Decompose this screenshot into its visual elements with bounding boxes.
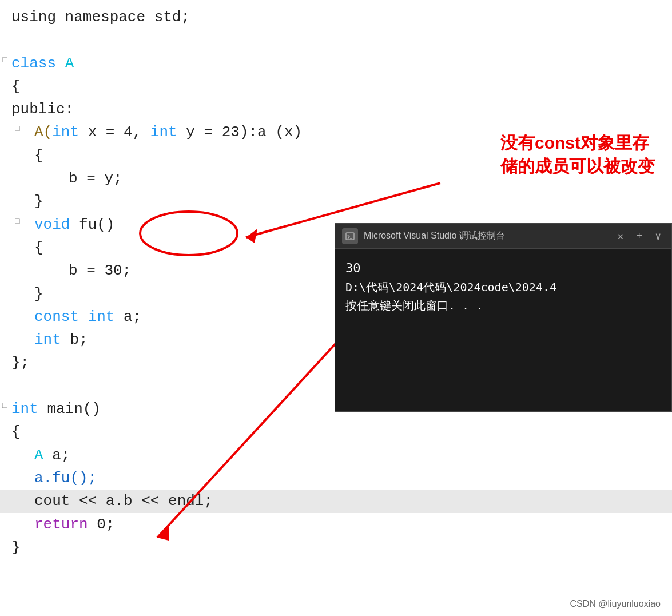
- code-line-using: using namespace std;: [0, 6, 672, 29]
- code-line-brace1: {: [0, 75, 672, 98]
- code-line-brace3: }: [0, 190, 672, 213]
- code-line-blank1: [0, 29, 672, 51]
- collapse-class-icon: □: [2, 54, 7, 67]
- terminal-content: 30 D:\代码\2024代码\2024code\2024.4 按任意键关闭此窗…: [335, 249, 671, 324]
- collapse-main-icon: □: [2, 400, 7, 412]
- terminal-output-path: D:\代码\2024代码\2024code\2024.4: [345, 278, 661, 296]
- terminal-app-icon: [342, 228, 358, 244]
- code-line-a-fu: a.fu();: [0, 467, 672, 490]
- watermark: CSDN @liuyunluoxiao: [570, 599, 661, 609]
- code-line-public: public:: [0, 98, 672, 121]
- terminal-output-prompt: 按任意键关闭此窗口. . .: [345, 296, 661, 315]
- code-line-return: return 0;: [0, 513, 672, 536]
- terminal-title: Microsoft Visual Studio 调试控制台: [364, 230, 609, 242]
- terminal-close-btn[interactable]: ✕: [614, 230, 627, 243]
- terminal-menu-btn[interactable]: ∨: [651, 230, 665, 243]
- terminal-titlebar: Microsoft Visual Studio 调试控制台 ✕ + ∨: [335, 224, 671, 249]
- collapse-ctor-icon: □: [15, 123, 19, 136]
- terminal-window: Microsoft Visual Studio 调试控制台 ✕ + ∨ 30 D…: [335, 223, 672, 412]
- code-line-brace6: {: [0, 420, 672, 443]
- collapse-fu-icon: □: [15, 216, 19, 228]
- code-line-class: □ class A: [0, 52, 672, 75]
- annotation-text: 没有const对象里存 储的成员可以被改变: [500, 132, 655, 178]
- terminal-output-30: 30: [345, 258, 661, 278]
- terminal-add-btn[interactable]: +: [633, 230, 646, 242]
- code-line-cout: cout << a.b << endl;: [0, 490, 672, 512]
- code-line-a-decl: A a;: [0, 444, 672, 467]
- code-line-brace7: }: [0, 536, 672, 559]
